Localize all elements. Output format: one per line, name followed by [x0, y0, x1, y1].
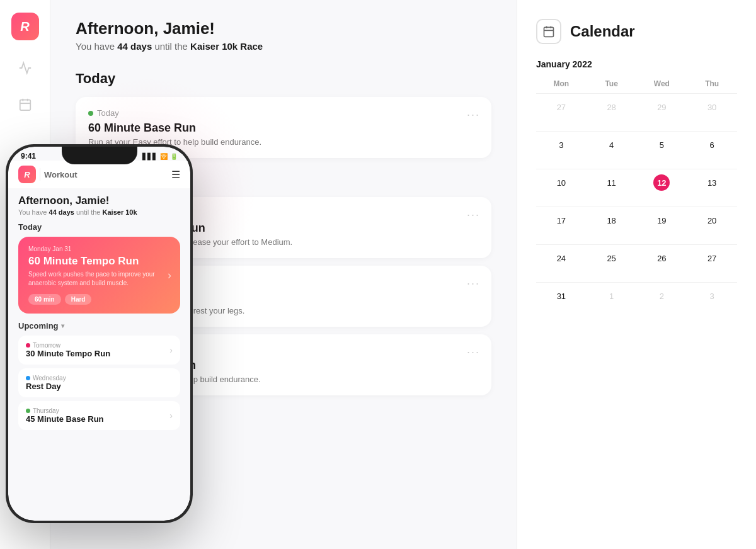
calendar-month: January 2022 [536, 59, 737, 69]
phone-wednesday-dot [26, 376, 30, 380]
svg-rect-4 [544, 27, 554, 37]
cal-cell-27[interactable]: 27 [687, 245, 737, 282]
phone-upcoming-wednesday[interactable]: Wednesday Rest Day [18, 368, 180, 397]
phone-nav-bar: R Workout ☰ [8, 161, 190, 188]
cal-cell-3-next[interactable]: 3 [687, 283, 737, 320]
phone-today-label: Today [18, 222, 180, 232]
calendar-header: Calendar [536, 19, 737, 44]
cal-cell-19[interactable]: 19 [637, 207, 687, 244]
svg-rect-0 [20, 100, 30, 111]
phone-wednesday-day: Wednesday [26, 375, 66, 382]
phone-app-logo: R [18, 166, 36, 183]
cal-cell-20[interactable]: 20 [687, 207, 737, 244]
today-card-menu[interactable]: ··· [467, 108, 480, 122]
phone-mockup: 9:41 ▋▋▋ 🛜 🔋 R Workout ☰ Afternoon, Jami… [6, 145, 192, 523]
phone-screen: 9:41 ▋▋▋ 🛜 🔋 R Workout ☰ Afternoon, Jami… [8, 147, 190, 521]
phone-upcoming-label: Upcoming ▾ [18, 321, 180, 331]
calendar-grid: Mon Tue Wed Thu 27 28 29 30 3 4 5 6 10 [536, 77, 737, 320]
cal-week-4: 17 18 19 20 [536, 207, 737, 244]
chevron-down-icon: ▾ [61, 322, 64, 329]
phone-body: Afternoon, Jamie! You have 44 days until… [8, 188, 190, 440]
cal-week-1: 27 28 29 30 [536, 93, 737, 131]
phone-featured-arrow: › [168, 269, 171, 282]
phone-thursday-arrow: › [169, 410, 173, 421]
wednesday-card-menu[interactable]: ··· [467, 277, 480, 290]
sidebar-item-activity[interactable] [16, 59, 34, 77]
battery-icon: 🔋 [170, 153, 178, 160]
cal-cell-17[interactable]: 17 [536, 207, 587, 244]
phone-tomorrow-name: 30 Minute Tempo Run [26, 349, 110, 358]
phone-thursday-name: 45 Minute Base Run [26, 414, 104, 424]
cal-cell-5[interactable]: 5 [637, 132, 687, 169]
tomorrow-card-menu[interactable]: ··· [467, 208, 480, 222]
cal-cell-18[interactable]: 18 [587, 207, 637, 244]
cal-cell-6[interactable]: 6 [687, 132, 737, 169]
phone-tag-duration: 60 min [28, 294, 61, 305]
race-name: Kaiser 10k Race [190, 41, 263, 52]
phone-featured-date: Monday Jan 31 [28, 246, 170, 252]
phone-featured-desc: Speed work pushes the pace to improve yo… [28, 270, 170, 288]
phone-thursday-day: Thursday [26, 407, 104, 414]
calendar-title: Calendar [570, 23, 635, 40]
cal-week-6: 31 1 2 3 [536, 282, 737, 320]
cal-week-2: 3 4 5 6 [536, 131, 737, 169]
cal-cell-25[interactable]: 25 [587, 245, 637, 282]
day-name-wed: Wed [637, 77, 687, 91]
cal-cell-28-prev[interactable]: 28 [587, 94, 637, 131]
cal-week-3: 10 11 12 13 [536, 169, 737, 207]
sub-middle: until the [152, 41, 190, 52]
cal-cell-24[interactable]: 24 [536, 245, 587, 282]
cal-week-5: 24 25 26 27 [536, 244, 737, 282]
phone-sub: You have 44 days until the Kaiser 10k [18, 208, 180, 216]
cal-cell-10[interactable]: 10 [536, 169, 587, 207]
phone-tag-intensity: Hard [65, 294, 92, 305]
signal-icon: ▋▋▋ [142, 153, 158, 160]
phone-time: 9:41 [21, 152, 36, 161]
phone-wednesday-name: Rest Day [26, 382, 66, 391]
cal-cell-31[interactable]: 31 [536, 283, 587, 320]
cal-cell-13[interactable]: 13 [687, 169, 737, 207]
cal-cell-3[interactable]: 3 [536, 132, 587, 169]
cal-cell-2-next[interactable]: 2 [637, 283, 687, 320]
phone-upcoming-tomorrow[interactable]: Tomorrow 30 Minute Tempo Run › [18, 336, 180, 365]
app-logo[interactable]: R [11, 13, 39, 40]
header-subtext: You have 44 days until the Kaiser 10k Ra… [76, 41, 491, 52]
cal-cell-11[interactable]: 11 [587, 169, 637, 207]
phone-nav-title: Workout [44, 170, 77, 179]
phone-race: Kaiser 10k [103, 208, 137, 216]
calendar-day-names: Mon Tue Wed Thu [536, 77, 737, 91]
phone-days: 44 days [49, 208, 74, 216]
days-count: 44 days [117, 41, 152, 52]
thursday-card-menu[interactable]: ··· [467, 346, 480, 359]
phone-featured-title: 60 Minute Tempo Run [28, 255, 170, 268]
header: Afternoon, Jamie! You have 44 days until… [76, 19, 491, 52]
cal-cell-1-next[interactable]: 1 [587, 283, 637, 320]
phone-sub-prefix: You have [18, 208, 49, 216]
greeting-text: Afternoon, Jamie! [76, 19, 491, 38]
phone-featured-card[interactable]: Monday Jan 31 60 Minute Tempo Run Speed … [18, 237, 180, 314]
phone-tomorrow-dot [26, 343, 30, 348]
app-container: R Afternoon, Jamie! You have 44 days unt… [0, 0, 756, 549]
phone-status-icons: ▋▋▋ 🛜 🔋 [142, 153, 178, 160]
cal-cell-12-today[interactable]: 12 [637, 169, 687, 207]
phone-sub-suffix: until the [74, 208, 103, 216]
day-name-tue: Tue [587, 77, 637, 91]
phone-upcoming-thursday[interactable]: Thursday 45 Minute Base Run › [18, 401, 180, 430]
sidebar-item-calendar[interactable] [16, 96, 34, 113]
cal-cell-27-prev[interactable]: 27 [536, 94, 587, 131]
day-name-thu: Thu [687, 77, 737, 91]
phone-thursday-dot [26, 409, 30, 413]
wifi-icon: 🛜 [160, 153, 168, 160]
day-name-mon: Mon [536, 77, 587, 91]
cal-cell-30-prev[interactable]: 30 [687, 94, 737, 131]
cal-cell-4[interactable]: 4 [587, 132, 637, 169]
calendar-panel: Calendar January 2022 Mon Tue Wed Thu 27… [517, 0, 756, 549]
phone-menu-button[interactable]: ☰ [171, 169, 180, 181]
phone-tomorrow-arrow: › [169, 345, 173, 355]
sub-prefix: You have [76, 41, 117, 52]
cal-cell-26[interactable]: 26 [637, 245, 687, 282]
phone-featured-tags: 60 min Hard [28, 294, 170, 305]
cal-cell-29-prev[interactable]: 29 [637, 94, 687, 131]
phone-tomorrow-day: Tomorrow [26, 342, 110, 349]
calendar-icon [536, 19, 561, 44]
